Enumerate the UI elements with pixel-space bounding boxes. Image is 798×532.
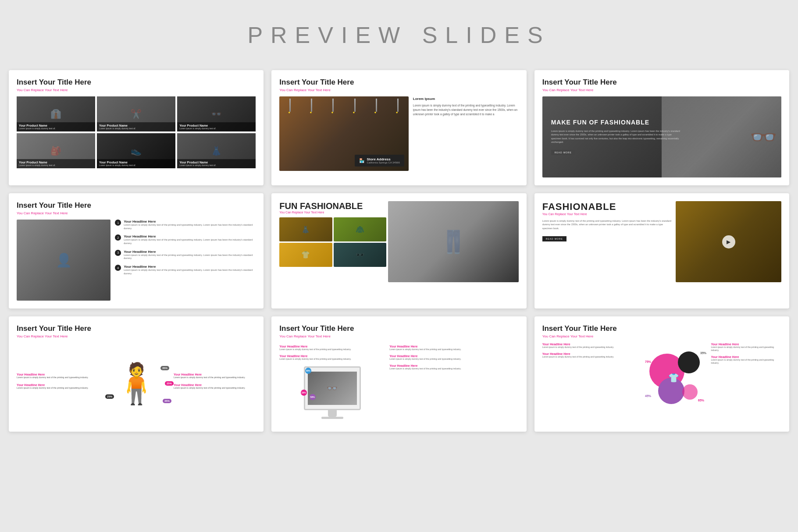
mini-cell-4: 🕶️ [334, 243, 386, 267]
slide-9-rheadline-2: Your Headline Here [711, 355, 781, 358]
product-cell-1: 👔 Your Product Name Lorem ipsum is simpl… [17, 96, 95, 131]
slide-7-right: Your Headline Here Lorem ipsum is simply… [174, 373, 256, 394]
list-item-4: 4 Your Headline Here Lorem ipsum is simp… [115, 265, 256, 275]
percent-badge-2: 25% [165, 381, 174, 386]
list-item-2: 2 Your Headline Here Lorem ipsum is simp… [115, 234, 256, 245]
slide-5-left: FUN FASHIONABLE You Can Replace Your Tex… [279, 201, 386, 282]
slide-7-title: Insert Your Title Here [17, 324, 256, 333]
list-desc-3: Lorem ipsum is simply dummy text of the … [124, 254, 256, 260]
slide-8: Insert Your Title Here You Can Replace Y… [271, 316, 526, 432]
slide-9: Insert Your Title Here You Can Replace Y… [534, 316, 789, 432]
mini-img-4: 🕶️ [334, 243, 386, 267]
list-desc-2: Lorem ipsum is simply dummy text of the … [124, 238, 256, 245]
list-headline-2: Your Headline Here [124, 234, 256, 238]
slide-2-image: 🏪 Store Address California Springs CA 34… [279, 96, 408, 171]
percent-65: 65% [698, 399, 704, 402]
mini-img-3: 👕 [279, 243, 332, 267]
slide-9-ldesc-2: Lorem ipsum is simply dummy text of the … [542, 355, 636, 358]
slide-2-text: Lorem Ipsum Lorem ipsum is simply dummy … [413, 96, 519, 116]
slide-6-left: FASHIONABLE You Can Replace Your Text He… [542, 201, 671, 282]
slide-8-rdesc-2: Lorem ipsum is simply dummy text of the … [389, 358, 518, 361]
store-address: California Springs CA 34566 [367, 161, 399, 164]
slide-8-ritem-1: Your Headline Here Lorem ipsum is simply… [389, 345, 518, 351]
infographic-item-4: Your Headline Here Lorem ipsum is simply… [174, 383, 256, 390]
slide-4-image: 👤 [17, 220, 110, 301]
product-desc-4: Lorem ipsum is simply dummy text of. [19, 164, 93, 167]
slide-9-rdesc-2: Lorem ipsum is simply dummy text of the … [711, 358, 781, 365]
product-name-4: Your Product Name [19, 161, 93, 164]
slide-1: Insert Your Title Here You Can Replace Y… [9, 70, 264, 185]
slide-9-content: Your Headline Here Lorem ipsum is simply… [542, 343, 781, 413]
light-5 [376, 99, 377, 112]
slide-2-subtitle: You Can Replace Your Text Here [279, 88, 518, 92]
product-desc-3: Lorem ipsum is simply dummy text of. [179, 127, 253, 130]
light-1 [289, 99, 291, 112]
slide-9-rinfo-2: Your Headline Here Lorem ipsum is simply… [711, 355, 781, 365]
slide-9-title: Insert Your Title Here [542, 324, 781, 333]
product-overlay-4: Your Product Name Lorem ipsum is simply … [17, 159, 95, 168]
product-desc-5: Lorem ipsum is simply dummy text of. [99, 164, 173, 167]
percent-badge-1: 35% [160, 366, 169, 370]
store-address-box: 🏪 Store Address California Springs CA 34… [355, 155, 404, 167]
slide-8-headline-2: Your Headline Here [279, 355, 385, 358]
product-overlay-1: Your Product Name Lorem ipsum is simply … [17, 122, 95, 131]
slide-9-linfo-1: Your Headline Here Lorem ipsum is simply… [542, 343, 636, 349]
product-overlay-2: Your Product Name Lorem ipsum is simply … [97, 122, 175, 131]
monitor-wrap: 👓 58% 26% 50% [279, 364, 385, 421]
infographic-desc-1: Lorem ipsum is simply dummy text of the … [17, 376, 99, 379]
product-desc-2: Lorem ipsum is simply dummy text of. [99, 127, 173, 130]
infographic-headline-2: Your Headline Here [17, 383, 99, 387]
slide-2-desc: Lorem ipsum is simply dummy text of the … [413, 103, 519, 116]
read-more-button-1[interactable]: READ MORE [551, 150, 575, 155]
light-3 [332, 99, 334, 112]
circle-2 [678, 351, 700, 373]
product-cell-4: 🎒 Your Product Name Lorem ipsum is simpl… [17, 133, 95, 168]
slide-6-right-image: ▶ [676, 201, 781, 282]
list-num-2: 2 [115, 234, 121, 241]
slide-9-rheadline-1: Your Headline Here [711, 343, 781, 346]
list-headline-4: Your Headline Here [124, 265, 256, 269]
slide-9-lheadline-2: Your Headline Here [542, 352, 636, 355]
slide-9-ldesc-1: Lorem ipsum is simply dummy text of the … [542, 346, 636, 349]
slide-9-center: 👕 75% 35% 45% 65% [638, 343, 709, 413]
slide-8-rheadline-2: Your Headline Here [389, 355, 518, 358]
mini-cell-1: 👗 [279, 217, 332, 241]
product-cell-6: 👗 Your Product Name Lorem ipsum is simpl… [177, 133, 256, 168]
list-headline-3: Your Headline Here [124, 250, 256, 254]
percent-35: 35% [700, 351, 706, 355]
slide-9-linfo-2: Your Headline Here Lorem ipsum is simply… [542, 352, 636, 358]
slide-8-item-2: Your Headline Here Lorem ipsum is simply… [279, 355, 385, 361]
monitor-screen: 👓 [308, 372, 357, 404]
slide-8-rdesc-1: Lorem ipsum is simply dummy text of the … [389, 348, 518, 351]
slide-2-title: Insert Your Title Here [279, 78, 518, 87]
slide-3-text: MAKE FUN OF FASHIONABLE Lorem ipsum is s… [551, 119, 683, 155]
mini-img-2: 🧥 [334, 217, 386, 241]
slide-8-subtitle: You Can Replace Your Text Here [279, 334, 518, 338]
infographic-desc-4: Lorem ipsum is simply dummy text of the … [174, 387, 256, 390]
read-more-button-6[interactable]: READ MORE [542, 236, 566, 241]
store-name: Store Address [367, 157, 399, 161]
list-item-1: 1 Your Headline Here Lorem ipsum is simp… [115, 220, 256, 230]
infographic-headline-1: Your Headline Here [17, 373, 99, 376]
list-content-2: Your Headline Here Lorem ipsum is simply… [124, 234, 256, 245]
slide-4: Insert Your Title Here You Can Replace Y… [9, 193, 264, 309]
list-content-1: Your Headline Here Lorem ipsum is simply… [124, 220, 256, 230]
list-num-3: 3 [115, 250, 121, 256]
slide-7-center: 🧍 35% 25% 35% 25% [101, 364, 171, 403]
store-info: Store Address California Springs CA 3456… [367, 157, 399, 164]
slide-7: Insert Your Title Here You Can Replace Y… [9, 316, 264, 432]
slide-3: Insert Your Title Here You Can Replace Y… [534, 70, 789, 185]
slide-4-content: 👤 1 Your Headline Here Lorem ipsum is si… [17, 220, 256, 301]
slide-8-desc-1: Lorem ipsum is simply dummy text of the … [279, 348, 385, 351]
list-content-4: Your Headline Here Lorem ipsum is simply… [124, 265, 256, 275]
circles-wrap: 👕 75% 35% 45% 65% [645, 349, 702, 406]
page-title: PREVIEW SLIDES [9, 22, 789, 48]
slide-5-mini-grid: 👗 🧥 👕 🕶️ [279, 217, 386, 267]
slide-6-content: FASHIONABLE You Can Replace Your Text He… [542, 201, 781, 282]
play-button[interactable]: ▶ [722, 235, 735, 248]
slide-8-left-items: Your Headline Here Lorem ipsum is simply… [279, 343, 385, 361]
infographic-item-1: Your Headline Here Lorem ipsum is simply… [17, 373, 99, 379]
list-item-3: 3 Your Headline Here Lorem ipsum is simp… [115, 250, 256, 260]
slide-8-ritem-3: Your Headline Here Lorem ipsum is simply… [389, 364, 518, 370]
slide-5-big-image: 👖 [388, 201, 519, 282]
